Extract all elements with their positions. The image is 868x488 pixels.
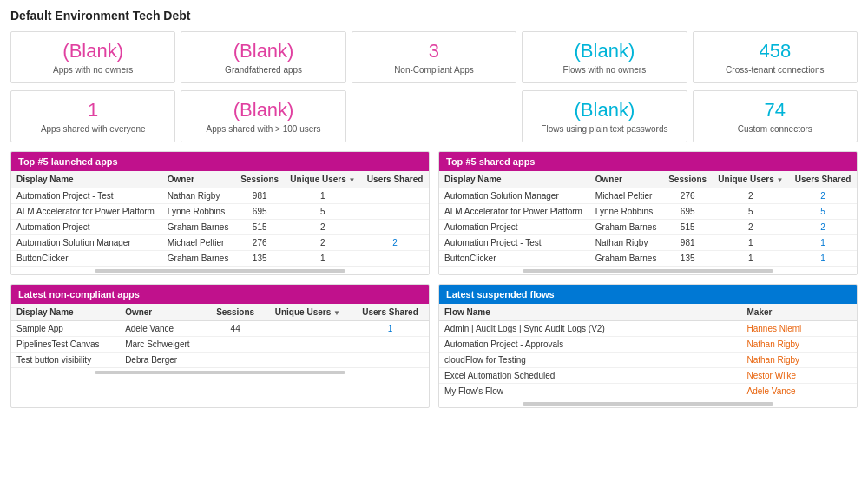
col-unique-users[interactable]: Unique Users ▼ [713,171,790,188]
col-display-name[interactable]: Display Name [11,171,162,188]
suspended-flows-footer [439,399,857,407]
stat-label-shared-everyone: Apps shared with everyone [41,124,146,134]
table-row: Test button visibility Debra Berger [11,353,429,368]
top-shared-apps-section: Top #5 shared apps Display Name Owner Se… [438,151,858,275]
cell-owner: Michael Peltier [590,188,663,204]
non-compliant-apps-table: Display Name Owner Sessions Unique Users… [11,304,429,367]
scrollbar[interactable] [95,371,345,374]
cell-sessions: 981 [235,188,285,204]
cell-shared: 1 [352,321,429,337]
cell-name: Automation Project [439,220,590,235]
cell-owner: Graham Barnes [162,251,235,267]
col-sessions[interactable]: Sessions [235,171,285,188]
cell-unique: 2 [285,235,362,251]
cell-sessions [207,353,264,368]
cell-sessions: 276 [235,235,285,251]
col-users-shared[interactable]: Users Shared [361,171,429,188]
cell-name: ButtonClicker [11,251,162,267]
stat-value-non-compliant: 3 [429,40,439,63]
cell-sessions [207,337,264,353]
top-launched-apps-header: Top #5 launched apps [11,152,429,171]
cell-shared [361,220,429,235]
stat-label-grandfathered: Grandfathered apps [225,65,302,75]
suspended-flows-table: Flow Name Maker Admin | Audit Logs | Syn… [439,304,857,399]
cell-flow-name: My Flow's Flow [439,384,741,399]
stat-label-custom-connectors: Custom connectors [738,124,812,134]
table-row: Automation Project - Test Nathan Rigby 9… [11,188,429,204]
stat-label-cross-tenant: Cross-tenant connections [726,65,824,75]
cell-owner: Graham Barnes [590,251,663,267]
table-row: ButtonClicker Graham Barnes 135 1 [11,251,429,267]
scrollbar[interactable] [523,269,773,273]
col-owner[interactable]: Owner [120,304,207,321]
table-row: Automation Solution Manager Michael Pelt… [439,188,857,204]
cell-unique: 2 [713,220,790,235]
cell-flow-name: cloudFlow for Testing [439,353,741,368]
stat-card-cross-tenant[interactable]: 458 Cross-tenant connections [693,31,858,83]
cell-unique: 5 [713,204,790,220]
cell-shared: 1 [789,251,857,267]
cell-unique [264,321,352,337]
top-shared-apps-header: Top #5 shared apps [439,152,857,171]
stat-card-custom-connectors[interactable]: 74 Custom connectors [693,90,858,142]
suspended-flows-header: Latest suspended flows [439,285,857,304]
cell-sessions: 135 [235,251,285,267]
cell-owner: Adele Vance [120,321,207,337]
cell-sessions: 981 [663,235,713,251]
scrollbar[interactable] [523,402,773,406]
stat-card-flows-no-owners[interactable]: (Blank) Flows with no owners [522,31,687,83]
col-maker[interactable]: Maker [741,304,857,321]
col-users-shared[interactable]: Users Shared [789,171,857,188]
cell-name: Automation Project - Test [11,188,162,204]
stat-spacer [352,90,516,142]
col-users-shared[interactable]: Users Shared [352,304,429,321]
top-shared-footer [439,266,857,274]
col-display-name[interactable]: Display Name [439,171,590,188]
cell-unique: 1 [713,235,790,251]
col-owner[interactable]: Owner [590,171,663,188]
col-display-name[interactable]: Display Name [11,304,120,321]
tables-row-2: Latest non-compliant apps Display Name O… [10,284,858,408]
table-row: Automation Project - Test Nathan Rigby 9… [439,235,857,251]
stat-card-shared-everyone[interactable]: 1 Apps shared with everyone [10,90,175,142]
cell-shared [352,337,429,353]
tables-row-1: Top #5 launched apps Display Name Owner … [10,151,858,275]
cell-unique: 1 [713,251,790,267]
col-sessions[interactable]: Sessions [207,304,264,321]
cell-name: Sample App [11,321,120,337]
top-launched-footer [11,266,429,274]
cell-shared [352,353,429,368]
col-unique-users[interactable]: Unique Users ▼ [264,304,352,321]
cell-shared [361,204,429,220]
stat-card-non-compliant[interactable]: 3 Non-Compliant Apps [352,31,516,83]
stat-card-grandfathered[interactable]: (Blank) Grandfathered apps [181,31,345,83]
stat-card-apps-no-owners[interactable]: (Blank) Apps with no owners [10,31,175,83]
cell-maker: Nathan Rigby [741,337,857,353]
table-row: Excel Automation Scheduled Nestor Wilke [439,368,857,384]
stat-value-custom-connectors: 74 [765,99,786,122]
cell-unique: 2 [285,220,362,235]
cell-name: Test button visibility [11,353,120,368]
cell-owner: Lynne Robbins [162,204,235,220]
stat-label-plaintext: Flows using plain text passwords [541,124,667,134]
stat-row-1: (Blank) Apps with no owners (Blank) Gran… [10,31,858,83]
table-row: Automation Project - Approvals Nathan Ri… [439,337,857,353]
stat-value-shared-100: (Blank) [233,99,294,122]
stat-card-plaintext-passwords[interactable]: (Blank) Flows using plain text passwords [522,90,687,142]
scrollbar[interactable] [95,269,345,273]
table-row: Automation Project Graham Barnes 515 2 2 [439,220,857,235]
col-owner[interactable]: Owner [162,171,235,188]
col-unique-users[interactable]: Unique Users ▼ [285,171,362,188]
cell-shared: 2 [789,188,857,204]
sort-arrow: ▼ [777,176,784,184]
page-title: Default Environment Tech Debt [10,9,858,23]
col-sessions[interactable]: Sessions [663,171,713,188]
stat-value-plaintext: (Blank) [575,99,635,122]
stat-card-shared-100[interactable]: (Blank) Apps shared with > 100 users [181,90,345,142]
stat-value-shared-everyone: 1 [88,99,98,122]
col-flow-name[interactable]: Flow Name [439,304,741,321]
cell-shared: 2 [361,235,429,251]
top-launched-apps-table: Display Name Owner Sessions Unique Users… [11,171,429,266]
cell-unique [264,337,352,353]
cell-owner: Marc Schweigert [120,337,207,353]
